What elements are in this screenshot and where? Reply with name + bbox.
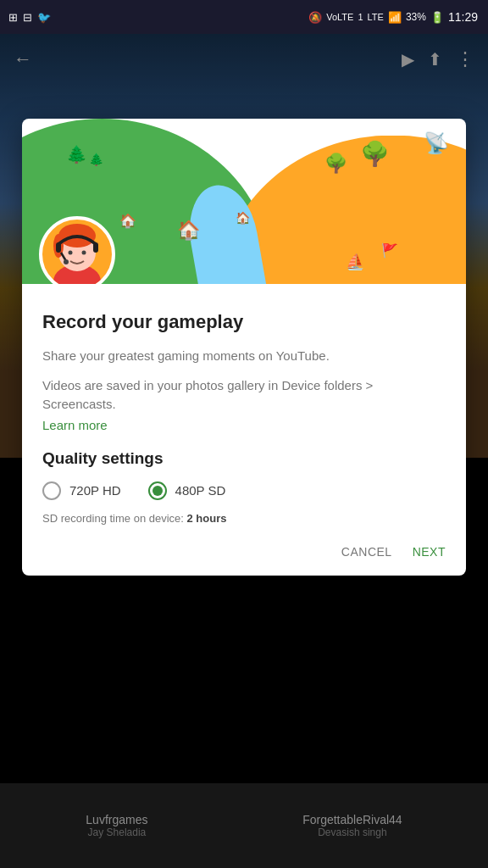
status-bar-right-icons: 🔕 VoLTE 1 LTE 📶 33% 🔋 11:29 [308, 10, 478, 24]
tree-icon-2: 🌲 [89, 153, 103, 166]
quality-settings-title: Quality settings [42, 449, 446, 468]
status-bar: ⊞ ⊟ 🐦 🔕 VoLTE 1 LTE 📶 33% 🔋 11:29 [0, 0, 488, 34]
dialog-description-1: Share your greatest gaming moments on Yo… [42, 347, 446, 366]
next-button[interactable]: NEXT [413, 545, 446, 559]
svg-point-4 [69, 251, 73, 255]
mute-icon: 🔕 [308, 11, 322, 24]
house-icon-2: 🏠 [119, 213, 136, 229]
battery-shape: 🔋 [430, 11, 444, 24]
app-icon-grid: ⊞ [8, 11, 18, 24]
dialog-title: Record your gameplay [42, 311, 446, 333]
flag-icon: 🚩 [381, 242, 398, 259]
tree-icon-3: 🌳 [360, 140, 390, 168]
recording-time-value: 2 hours [187, 512, 227, 525]
dialog-description-2: Videos are saved in your photos gallery … [42, 376, 446, 415]
svg-point-5 [82, 251, 86, 255]
radio-inner-480p [152, 486, 163, 496]
sim-icon: 1 [358, 12, 363, 22]
quality-radio-group: 720P HD 480P SD [42, 481, 446, 500]
radio-button-480p[interactable] [148, 481, 167, 500]
cancel-button[interactable]: CANCEL [341, 545, 392, 559]
radio-button-720p[interactable] [42, 481, 61, 500]
radio-label-720p: 720P HD [69, 483, 121, 498]
battery-icon: 33% [406, 11, 426, 23]
recording-time-text: SD recording time on device: 2 hours [42, 512, 446, 525]
radio-option-480p[interactable]: 480P SD [148, 481, 226, 500]
house-icon-3: 🏠 [236, 211, 250, 225]
avatar-svg [47, 220, 107, 284]
avatar-circle [39, 216, 115, 284]
signal-icon: VoLTE [326, 12, 353, 22]
status-bar-left-icons: ⊞ ⊟ 🐦 [8, 11, 51, 24]
tower-icon: 📡 [424, 131, 449, 155]
dialog-illustration: 🏠 🏠 🏠 🌲 🌲 🌳 🌳 🚩 ⛵ 📡 [22, 119, 466, 284]
tree-icon-4: 🌳 [324, 153, 347, 175]
tree-icon-1: 🌲 [66, 144, 87, 164]
clock: 11:29 [448, 10, 478, 24]
record-gameplay-dialog: 🏠 🏠 🏠 🌲 🌲 🌳 🌳 🚩 ⛵ 📡 [22, 119, 466, 576]
dialog-body: Record your gameplay Share your greatest… [22, 284, 466, 576]
boat-icon: ⛵ [346, 253, 364, 271]
radio-label-480p: 480P SD [175, 483, 226, 498]
wifi-icon: 📶 [388, 11, 402, 24]
svg-point-9 [64, 259, 69, 264]
app-icon-bird: 🐦 [37, 11, 51, 24]
learn-more-link[interactable]: Learn more [42, 418, 108, 432]
house-icon-1: 🏠 [177, 220, 200, 242]
lte-icon: LTE [368, 12, 384, 22]
dialog-actions: CANCEL NEXT [42, 542, 446, 559]
radio-option-720p[interactable]: 720P HD [42, 481, 121, 500]
app-icon-grid2: ⊟ [23, 11, 32, 24]
